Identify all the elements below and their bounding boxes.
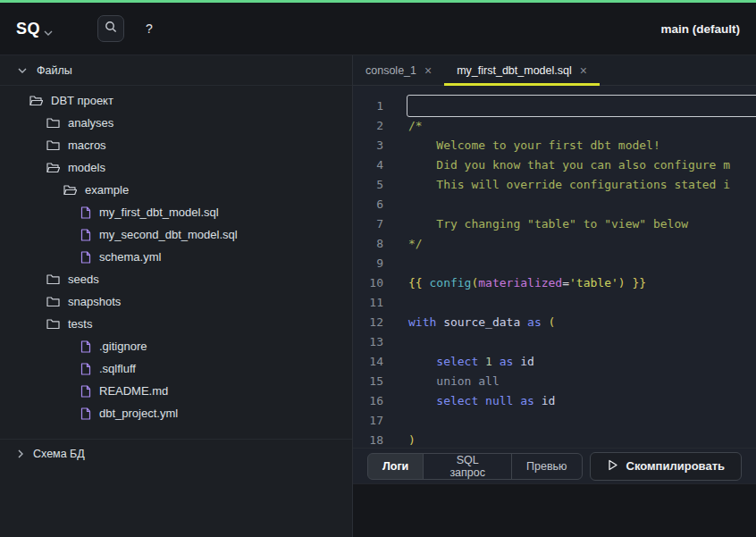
code-token: Try changing "table" to "view" below xyxy=(408,217,688,231)
code-token: {{ xyxy=(408,276,429,289)
code-line[interactable]: Did you know that you can also configure… xyxy=(408,155,756,175)
tree-item[interactable]: seeds xyxy=(0,268,352,290)
code-line[interactable]: /* xyxy=(408,116,756,136)
line-number: 3 xyxy=(353,136,383,155)
files-section-header[interactable]: Файлы xyxy=(0,55,352,86)
code-token: ( xyxy=(542,315,556,329)
code-line[interactable]: */ xyxy=(408,234,756,254)
code-token: }} xyxy=(626,276,646,289)
tree-item[interactable]: macros xyxy=(0,134,352,156)
code-line[interactable]: with source_data as ( xyxy=(408,313,756,332)
code-line[interactable]: {{ config(materialized='table') }} xyxy=(408,273,756,293)
tree-item[interactable]: analyses xyxy=(0,112,352,134)
file-tree: DBT проектanalysesmacrosmodelsexamplemy_… xyxy=(0,86,352,424)
code-token: Welcome to your first dbt model! xyxy=(408,138,660,152)
line-number: 5 xyxy=(353,175,383,195)
inline-input-box[interactable] xyxy=(407,95,756,117)
code-line[interactable]: Welcome to your first dbt model! xyxy=(408,136,756,155)
tree-item[interactable]: DBT проект xyxy=(0,89,352,112)
code-token: materialized xyxy=(478,276,562,289)
code-line[interactable]: union all xyxy=(408,372,756,391)
help-button[interactable]: ? xyxy=(146,21,153,36)
line-number: 10 xyxy=(353,273,383,293)
code-line[interactable] xyxy=(408,254,756,273)
close-tab-icon[interactable]: × xyxy=(580,64,587,77)
tree-item[interactable]: .sqlfluff xyxy=(0,357,352,380)
code-line[interactable]: select null as id xyxy=(408,391,756,411)
tree-item-label: models xyxy=(68,161,105,174)
line-number: 6 xyxy=(353,195,383,214)
tree-item-label: my_first_dbt_model.sql xyxy=(99,206,219,219)
tree-item-label: .gitignore xyxy=(99,340,147,353)
code-token: id xyxy=(534,394,555,407)
close-tab-icon[interactable]: × xyxy=(424,64,432,77)
code-line[interactable] xyxy=(408,195,756,214)
line-number: 7 xyxy=(353,214,383,234)
tree-item[interactable]: tests xyxy=(0,313,352,335)
line-number: 9 xyxy=(353,254,383,273)
file-icon xyxy=(80,385,91,398)
tab-label: console_1 xyxy=(365,64,416,77)
panel-tab[interactable]: Логи xyxy=(367,453,424,480)
code-line[interactable] xyxy=(408,332,756,352)
code-token: null xyxy=(478,394,513,407)
folder-open-icon xyxy=(46,162,60,173)
compile-button[interactable]: Скомпилировать xyxy=(590,452,743,481)
tree-item-label: DBT проект xyxy=(51,94,113,107)
tab-label: my_first_dbt_model.sql xyxy=(457,64,572,77)
panel-tab[interactable]: Превью xyxy=(511,453,582,480)
code-token: source_data xyxy=(436,315,520,329)
code-line[interactable] xyxy=(408,293,756,313)
editor-tab[interactable]: console_1× xyxy=(353,55,444,85)
file-icon xyxy=(80,251,91,264)
file-icon xyxy=(80,229,91,241)
tree-item[interactable]: example xyxy=(0,179,352,201)
tree-item[interactable]: dbt_project.yml xyxy=(0,402,352,424)
code-line[interactable]: select 1 as id xyxy=(408,352,756,372)
folder-open-icon xyxy=(29,95,43,106)
db-schema-label: Схема БД xyxy=(33,448,85,460)
line-number: 11 xyxy=(353,293,383,313)
code-token: as xyxy=(520,315,541,329)
tree-item[interactable]: README.md xyxy=(0,380,352,402)
code-token: ) xyxy=(618,276,626,289)
panel-tab[interactable]: SQL запрос xyxy=(423,453,512,480)
tree-item-label: my_second_dbt_model.sql xyxy=(99,228,238,241)
code-token: select xyxy=(436,355,478,368)
code-line[interactable]: This will override configurations stated… xyxy=(408,175,756,195)
editor-area: console_1×my_first_dbt_model.sql× 123456… xyxy=(353,55,756,537)
tree-item[interactable]: models xyxy=(0,156,352,179)
code-line[interactable]: Try changing "table" to "view" below xyxy=(408,214,756,234)
app-logo[interactable]: SQ xyxy=(16,17,53,40)
line-number: 15 xyxy=(353,372,383,391)
folder-icon xyxy=(46,318,60,330)
folder-icon xyxy=(46,296,60,307)
code-token: as xyxy=(513,394,533,407)
code-token xyxy=(408,394,436,407)
gutter: 123456789101112131415161718 xyxy=(353,86,396,448)
search-button[interactable] xyxy=(97,15,124,42)
main-body: Файлы DBT проектanalysesmacrosmodelsexam… xyxy=(0,55,756,537)
tree-item[interactable]: .gitignore xyxy=(0,335,352,357)
tree-item[interactable]: schema.yml xyxy=(0,246,352,268)
db-schema-section-header[interactable]: Схема БД xyxy=(0,439,352,467)
tree-item[interactable]: my_second_dbt_model.sql xyxy=(0,223,352,246)
branch-indicator[interactable]: main (default) xyxy=(660,22,740,36)
code-editor[interactable]: 123456789101112131415161718 /* Welcome t… xyxy=(353,86,756,448)
line-number: 14 xyxy=(353,352,383,372)
line-number: 18 xyxy=(353,431,383,448)
top-bar: SQ ? main (default) xyxy=(0,3,756,55)
compile-button-label: Скомпилировать xyxy=(626,459,726,473)
tree-item-label: snapshots xyxy=(68,295,121,308)
line-number: 1 xyxy=(353,96,383,116)
tree-item-label: README.md xyxy=(99,384,168,398)
editor-tab[interactable]: my_first_dbt_model.sql× xyxy=(444,55,600,85)
tree-item-label: analyses xyxy=(68,116,113,130)
code-line[interactable]: ) xyxy=(408,431,756,448)
tree-item[interactable]: snapshots xyxy=(0,290,352,313)
line-number: 13 xyxy=(353,332,383,352)
code-line[interactable] xyxy=(408,411,756,431)
search-icon xyxy=(105,21,117,37)
tree-item[interactable]: my_first_dbt_model.sql xyxy=(0,201,352,223)
code-token: 'table' xyxy=(569,276,618,289)
